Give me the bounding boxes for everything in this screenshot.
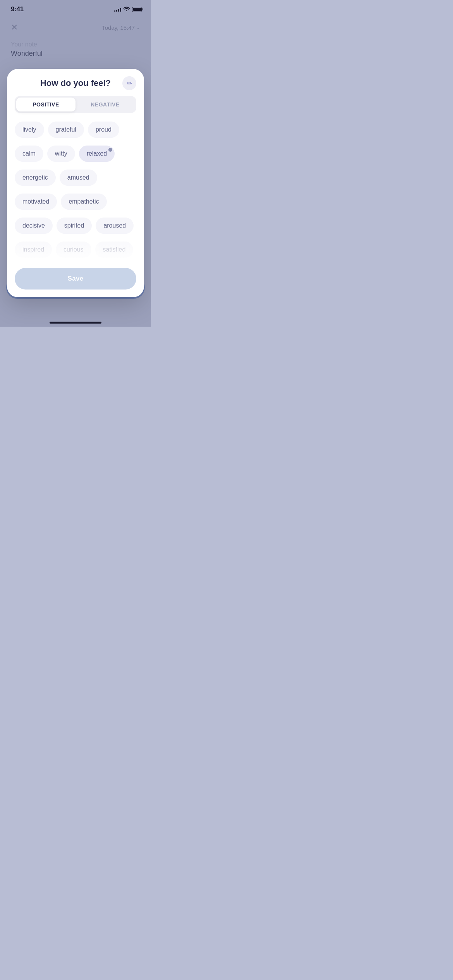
- home-indicator: [50, 322, 101, 324]
- emotions-row-2: calm witty relaxed: [15, 146, 115, 162]
- modal-header: How do you feel? ✏: [15, 78, 136, 88]
- battery-icon: [132, 7, 142, 12]
- emotions-grid: lively grateful proud calm witty: [15, 122, 136, 262]
- edit-button[interactable]: ✏: [122, 76, 136, 90]
- save-button[interactable]: Save: [15, 268, 136, 290]
- emotion-calm[interactable]: calm: [15, 146, 43, 162]
- emotion-lively[interactable]: lively: [15, 122, 44, 138]
- emotion-grateful[interactable]: grateful: [48, 122, 84, 138]
- emotion-empathetic[interactable]: empathetic: [61, 194, 106, 210]
- selected-indicator: [108, 148, 112, 152]
- feel-modal: How do you feel? ✏ POSITIVE NEGATIVE liv…: [7, 69, 144, 297]
- emotion-curious[interactable]: curious: [56, 242, 91, 258]
- battery-fill: [133, 8, 141, 11]
- emotion-motivated[interactable]: motivated: [15, 194, 57, 210]
- emotions-container: lively grateful proud calm witty: [15, 122, 136, 262]
- emotion-proud[interactable]: proud: [88, 122, 119, 138]
- emotions-row-6: inspired curious satisfied: [15, 242, 133, 258]
- emotions-row-5: decisive spirited aroused: [15, 218, 134, 234]
- emotion-relaxed[interactable]: relaxed: [79, 146, 115, 162]
- status-bar: 9:41: [0, 0, 151, 16]
- emotion-amused[interactable]: amused: [60, 170, 97, 186]
- emotions-row-4: motivated empathetic: [15, 194, 107, 210]
- status-time: 9:41: [11, 5, 24, 13]
- emotion-decisive[interactable]: decisive: [15, 218, 53, 234]
- wifi-icon: [124, 7, 130, 12]
- emotion-satisfied[interactable]: satisfied: [95, 242, 134, 258]
- emotion-spirited[interactable]: spirited: [57, 218, 92, 234]
- tab-selector: POSITIVE NEGATIVE: [15, 96, 136, 113]
- emotions-row-1: lively grateful proud: [15, 122, 119, 138]
- modal-title: How do you feel?: [40, 78, 111, 88]
- signal-bars-icon: [114, 7, 121, 12]
- emotion-energetic[interactable]: energetic: [15, 170, 56, 186]
- tab-negative[interactable]: NEGATIVE: [76, 98, 135, 111]
- tab-positive[interactable]: POSITIVE: [16, 98, 76, 111]
- emotion-inspired[interactable]: inspired: [15, 242, 52, 258]
- emotions-row-3: energetic amused: [15, 170, 97, 186]
- emotion-witty[interactable]: witty: [47, 146, 75, 162]
- pencil-icon: ✏: [127, 80, 132, 87]
- emotion-aroused[interactable]: aroused: [96, 218, 134, 234]
- status-icons: [114, 7, 142, 12]
